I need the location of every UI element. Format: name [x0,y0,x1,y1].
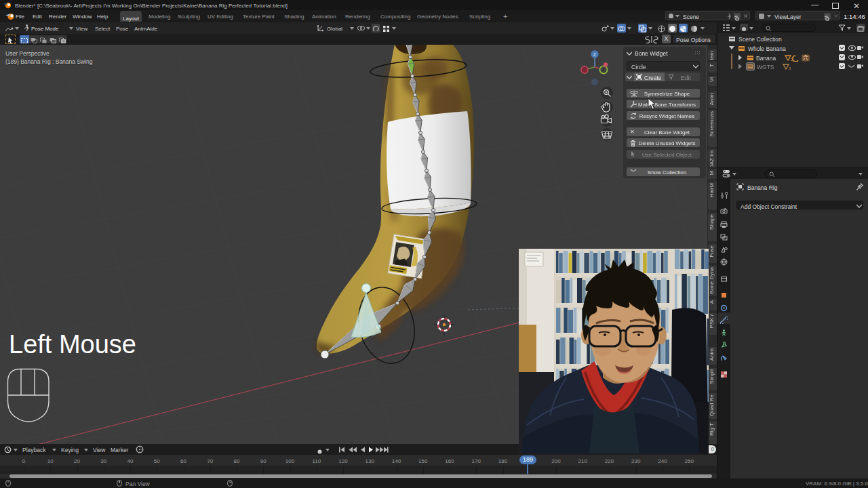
svg-text:o: o [863,25,865,29]
svg-text:3: 3 [789,66,791,70]
svg-text:Z: Z [593,52,597,58]
